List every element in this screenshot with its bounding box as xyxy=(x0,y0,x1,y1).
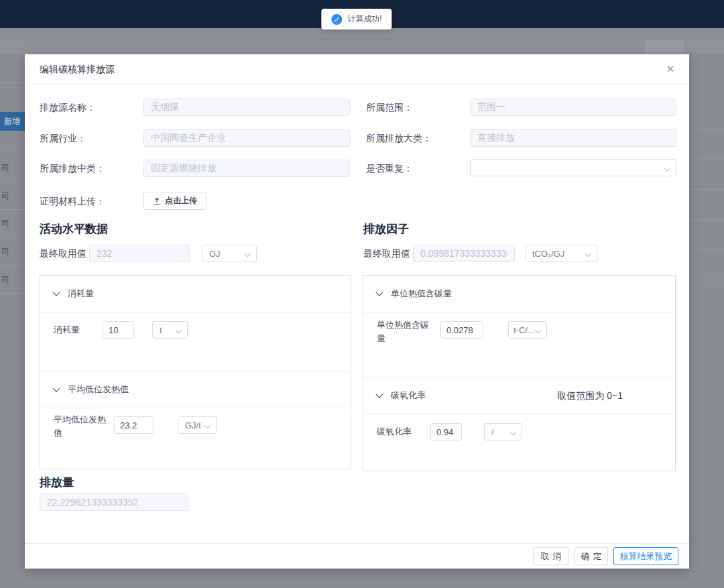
screen: 新增 司 司 司 司 司 ✓ 计算成功! 编辑碳核算排放源 ✕ 排放源名称： 所… xyxy=(0,0,724,588)
calorific-panel-title: 平均低位发热值 xyxy=(68,384,129,396)
collapse-arrow-icon xyxy=(375,288,383,296)
table-cell-text: 司 xyxy=(1,247,15,256)
table-row-divider xyxy=(0,180,25,180)
chevron-down-icon xyxy=(510,429,517,436)
confirm-button[interactable]: 确定 xyxy=(575,547,608,565)
table-row-divider xyxy=(689,219,724,220)
carbon-content-input[interactable] xyxy=(440,321,483,339)
factor-unit-value: tCO₂/GJ xyxy=(532,249,564,259)
table-row-divider xyxy=(0,82,25,83)
dialog-footer: 取消 确定 核算结果预览 xyxy=(25,543,689,569)
chevron-down-icon xyxy=(245,251,251,257)
activity-final-label: 最终取用值： xyxy=(40,245,96,262)
source-name-input[interactable] xyxy=(143,99,350,116)
oxidation-unit-select[interactable]: / xyxy=(484,423,522,440)
table-row-divider xyxy=(0,149,25,150)
table-row-divider xyxy=(689,129,724,129)
activity-data-heading: 活动水平数据 xyxy=(40,221,108,237)
consumption-input[interactable] xyxy=(103,321,134,339)
table-row-divider xyxy=(0,265,25,266)
activity-collapse-group: 消耗量 消耗量 t 平均低位发热值 平均低位发热值 GJ/t xyxy=(40,275,351,469)
edit-emission-source-dialog: 编辑碳核算排放源 ✕ 排放源名称： 所属范围： 所属行业： 所属排放大类： 所属… xyxy=(25,54,689,569)
collapse-arrow-icon xyxy=(375,390,383,398)
table-row-divider xyxy=(689,280,724,280)
chevron-down-icon xyxy=(176,327,182,334)
table-cell-text: 司 xyxy=(1,275,15,284)
toast-message: 计算成功! xyxy=(347,13,381,25)
consumption-panel-title: 消耗量 xyxy=(68,288,94,300)
middle-category-input[interactable] xyxy=(143,160,350,177)
calorific-input[interactable] xyxy=(114,416,154,434)
table-cell-text: 司 xyxy=(1,219,15,228)
field-label-scope: 所属范围： xyxy=(366,99,413,116)
chevron-down-icon xyxy=(204,422,211,429)
dialog-title: 编辑碳核算排放源 xyxy=(40,54,115,84)
background-control xyxy=(645,40,684,54)
consumption-row-label: 消耗量 xyxy=(54,321,80,339)
scope-input[interactable] xyxy=(470,99,676,116)
carbon-content-panel-title: 单位热值含碳量 xyxy=(391,288,452,300)
table-row-divider xyxy=(0,209,25,210)
emission-factor-heading: 排放因子 xyxy=(363,221,409,237)
chevron-down-icon xyxy=(585,251,592,257)
emission-amount-heading: 排放量 xyxy=(40,475,74,490)
oxidation-row-label: 碳氧化率 xyxy=(377,423,412,440)
field-label-source-name: 排放源名称： xyxy=(40,99,96,116)
industry-input[interactable] xyxy=(143,129,350,147)
oxidation-range-hint: 取值范围为 0~1 xyxy=(557,377,623,414)
chevron-down-icon xyxy=(535,327,542,334)
activity-unit-select[interactable]: GJ xyxy=(202,245,257,262)
upload-icon xyxy=(153,197,161,205)
oxidation-unit-value: / xyxy=(491,427,494,437)
factor-final-label: 最终取用值： xyxy=(363,245,420,262)
close-icon[interactable]: ✕ xyxy=(662,54,678,84)
calorific-unit-value: GJ/t xyxy=(185,420,201,430)
chevron-down-icon xyxy=(664,165,671,172)
consumption-unit-value: t xyxy=(160,325,162,335)
factor-final-value-input[interactable] xyxy=(413,245,515,262)
field-label-industry: 所属行业： xyxy=(40,129,86,147)
duplicate-select[interactable] xyxy=(470,159,676,176)
field-label-middle-category: 所属排放中类： xyxy=(40,160,105,177)
dialog-header: 编辑碳核算排放源 ✕ xyxy=(25,54,689,84)
oxidation-panel-title: 碳氧化率 xyxy=(391,390,426,402)
carbon-content-unit-value: t-C/... xyxy=(514,325,535,335)
add-button[interactable]: 新增 xyxy=(0,112,27,131)
calorific-panel-header[interactable]: 平均低位发热值 xyxy=(40,371,351,408)
oxidation-input[interactable] xyxy=(430,423,462,440)
upload-button-label: 点击上传 xyxy=(165,195,197,207)
activity-final-value-input[interactable] xyxy=(89,245,190,262)
oxidation-panel-header[interactable]: 碳氧化率 取值范围为 0~1 xyxy=(363,377,675,414)
confirm-button-label: 确定 xyxy=(581,550,605,563)
factor-unit-select[interactable]: tCO₂/GJ xyxy=(525,245,597,262)
result-preview-button[interactable]: 核算结果预览 xyxy=(613,547,678,565)
consumption-unit-select[interactable]: t xyxy=(152,321,188,339)
collapse-arrow-icon xyxy=(52,384,60,392)
result-preview-button-label: 核算结果预览 xyxy=(620,550,672,563)
collapse-arrow-icon xyxy=(52,288,60,296)
carbon-content-unit-select[interactable]: t-C/... xyxy=(508,321,547,339)
success-toast: ✓ 计算成功! xyxy=(321,9,391,30)
carbon-content-panel-header[interactable]: 单位热值含碳量 xyxy=(363,276,675,312)
activity-unit-value: GJ xyxy=(209,249,221,259)
table-row-divider xyxy=(0,293,25,294)
emission-amount-input[interactable] xyxy=(40,493,188,511)
page-band xyxy=(0,40,724,54)
calorific-row-label: 平均低位发热值 xyxy=(54,413,107,440)
calorific-unit-select[interactable]: GJ/t xyxy=(178,416,217,434)
page-band xyxy=(0,28,724,40)
carbon-content-row-label: 单位热值含碳量 xyxy=(377,318,430,345)
table-cell-text: 司 xyxy=(1,163,15,172)
field-label-major-category: 所属排放大类： xyxy=(366,129,432,147)
factor-collapse-group: 单位热值含碳量 单位热值含碳量 t-C/... 碳氧化率 取值范围为 0~1 碳… xyxy=(363,275,676,471)
cancel-button[interactable]: 取消 xyxy=(533,547,569,565)
table-row-divider xyxy=(689,159,724,160)
table-cell-text: 司 xyxy=(1,191,15,200)
field-label-upload: 证明材料上传： xyxy=(40,192,105,210)
table-row-divider xyxy=(689,249,724,250)
field-label-duplicate: 是否重复： xyxy=(366,160,413,177)
upload-button[interactable]: 点击上传 xyxy=(143,192,206,210)
major-category-input[interactable] xyxy=(470,129,676,147)
consumption-panel-header[interactable]: 消耗量 xyxy=(40,276,351,312)
table-row-divider xyxy=(0,237,25,237)
